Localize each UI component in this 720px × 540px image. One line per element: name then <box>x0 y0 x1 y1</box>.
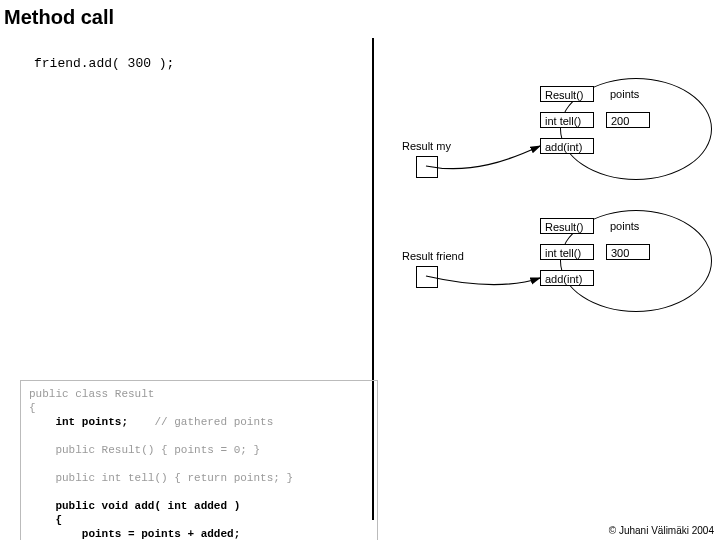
object-my-ctor: Result() <box>540 86 594 102</box>
object-my-tell: int tell() <box>540 112 594 128</box>
page-title: Method call <box>4 6 114 29</box>
class-source: public class Result { int points; // gat… <box>20 380 378 540</box>
object-friend-add: add(int) <box>540 270 594 286</box>
src-l7: public int tell() { return points; } <box>29 472 293 484</box>
src-l3c: // gathered points <box>128 416 273 428</box>
method-call-code: friend.add( 300 ); <box>34 56 174 71</box>
src-l9a <box>29 500 55 512</box>
object-my-points-label: points <box>606 86 650 102</box>
copyright: © Juhani Välimäki 2004 <box>609 525 714 536</box>
src-l1: public class Result <box>29 388 154 400</box>
object-my-points-value: 200 <box>606 112 650 128</box>
object-friend-ctor: Result() <box>540 218 594 234</box>
src-l10b: { <box>55 514 62 526</box>
src-l10a <box>29 514 55 526</box>
ref-friend-box <box>416 266 438 288</box>
src-l9b: public void add( int added ) <box>55 500 240 512</box>
src-l3b: int points; <box>55 416 128 428</box>
src-l11a <box>29 528 82 540</box>
ref-my-box <box>416 156 438 178</box>
src-l5: public Result() { points = 0; } <box>29 444 260 456</box>
object-my-add: add(int) <box>540 138 594 154</box>
ref-friend-label: Result friend <box>402 250 464 262</box>
src-l11b: points = points + added; <box>82 528 240 540</box>
object-friend-tell: int tell() <box>540 244 594 260</box>
src-l3a <box>29 416 55 428</box>
object-friend-points-label: points <box>606 218 650 234</box>
ref-my-label: Result my <box>402 140 451 152</box>
object-friend-points-value: 300 <box>606 244 650 260</box>
src-l2: { <box>29 402 36 414</box>
